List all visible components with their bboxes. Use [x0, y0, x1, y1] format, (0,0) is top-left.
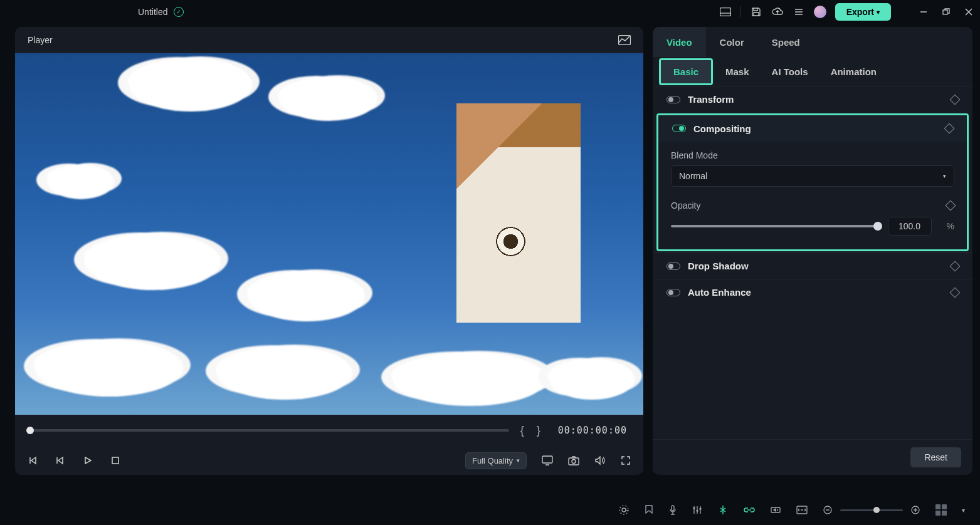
opacity-unit: % — [947, 221, 954, 231]
transform-toggle[interactable] — [667, 96, 680, 103]
chevron-down-icon[interactable]: ▾ — [962, 507, 965, 514]
auto-enhance-label: Auto Enhance — [688, 287, 751, 298]
export-button[interactable]: Export ▾ — [835, 3, 891, 21]
snapshot-icon[interactable] — [568, 456, 579, 465]
mark-out-button[interactable]: } — [535, 424, 542, 437]
property-sub-tabs: Basic Mask AI Tools Animation — [653, 57, 972, 86]
preview-cloud — [84, 235, 209, 282]
player-title: Player — [28, 35, 53, 45]
prev-frame-button[interactable] — [28, 455, 38, 465]
separator — [740, 6, 741, 18]
zoom-thumb[interactable] — [873, 507, 880, 513]
section-transform[interactable]: Transform — [653, 86, 972, 112]
window-close-button[interactable] — [964, 7, 974, 17]
preview-quality-dropdown[interactable]: Full Quality ▾ — [465, 452, 527, 469]
svg-rect-21 — [693, 507, 695, 509]
stats-icon[interactable] — [618, 35, 631, 45]
section-compositing[interactable]: Compositing — [658, 115, 967, 142]
subtab-ai-tools[interactable]: AI Tools — [762, 63, 818, 81]
save-icon[interactable] — [750, 6, 762, 18]
tab-video[interactable]: Video — [653, 27, 706, 57]
hamburger-menu-icon[interactable] — [793, 6, 805, 18]
preview-cloud — [128, 60, 241, 103]
subtab-animation[interactable]: Animation — [821, 63, 887, 81]
mark-in-button[interactable]: { — [519, 424, 525, 437]
compositing-highlight: Compositing Blend Mode Normal ▾ Opacity — [656, 113, 969, 251]
volume-icon[interactable] — [594, 455, 606, 465]
timecode-display: 00:00:00:00 — [558, 425, 627, 436]
opacity-value-input[interactable]: 100.0 — [888, 217, 932, 236]
link-icon[interactable] — [744, 506, 755, 514]
keyframe-icon[interactable] — [950, 261, 961, 271]
fit-icon[interactable] — [796, 506, 808, 514]
tab-speed[interactable]: Speed — [758, 27, 814, 57]
section-drop-shadow[interactable]: Drop Shadow — [653, 252, 972, 279]
svg-rect-22 — [697, 510, 698, 512]
subtab-mask[interactable]: Mask — [715, 63, 759, 81]
blend-mode-dropdown[interactable]: Normal ▾ — [671, 165, 954, 187]
user-avatar[interactable] — [814, 6, 826, 18]
fullscreen-icon[interactable] — [621, 455, 631, 465]
auto-enhance-toggle[interactable] — [667, 289, 680, 296]
subtab-basic[interactable]: Basic — [663, 63, 709, 81]
stop-button[interactable] — [110, 455, 120, 465]
display-settings-icon[interactable] — [542, 455, 553, 465]
opacity-slider[interactable] — [671, 225, 878, 227]
svg-rect-6 — [943, 10, 947, 14]
play-button[interactable] — [83, 455, 93, 465]
svg-rect-0 — [720, 8, 730, 16]
project-name: Untitled — [138, 7, 167, 17]
playhead-scrubber[interactable] — [28, 429, 509, 432]
zoom-out-button[interactable] — [823, 505, 833, 515]
marker-icon[interactable] — [645, 504, 653, 516]
keyframe-icon[interactable] — [950, 287, 961, 298]
preview-cloud — [46, 166, 103, 191]
cloud-upload-icon[interactable] — [771, 6, 784, 18]
scrubber-thumb[interactable] — [26, 427, 34, 434]
property-top-tabs: Video Color Speed — [653, 27, 972, 57]
ripple-icon[interactable] — [770, 506, 781, 514]
preview-cloud — [548, 360, 623, 392]
preview-cloud — [216, 348, 341, 392]
saved-check-icon — [174, 7, 184, 17]
slider-thumb[interactable] — [873, 222, 882, 231]
preview-cloud — [278, 78, 366, 113]
timeline-view-icon[interactable] — [935, 504, 947, 516]
keyframe-icon[interactable] — [946, 200, 956, 211]
compositing-toggle[interactable] — [672, 125, 686, 132]
blend-mode-label: Blend Mode — [671, 150, 954, 160]
video-preview[interactable] — [15, 53, 643, 415]
voiceover-icon[interactable] — [668, 504, 677, 516]
step-back-button[interactable] — [55, 455, 65, 465]
audio-mixer-icon[interactable] — [692, 505, 702, 515]
svg-rect-17 — [672, 506, 674, 511]
svg-rect-13 — [569, 458, 579, 465]
opacity-label: Opacity — [671, 200, 700, 211]
zoom-slider[interactable] — [840, 509, 903, 511]
drop-shadow-label: Drop Shadow — [688, 261, 749, 271]
overlay-clip[interactable] — [456, 103, 581, 323]
chevron-down-icon: ▾ — [517, 457, 520, 464]
snap-icon[interactable] — [717, 504, 729, 516]
chevron-down-icon: ▾ — [943, 173, 946, 179]
zoom-in-button[interactable] — [910, 505, 920, 515]
window-minimize-button[interactable] — [919, 7, 929, 17]
zoom-controls — [823, 505, 920, 515]
compositing-label: Compositing — [693, 123, 751, 134]
player-panel: Player { } 00:00:00:00 — [15, 27, 643, 475]
layout-icon[interactable] — [719, 6, 732, 18]
auto-scroll-icon[interactable] — [618, 504, 630, 516]
blend-mode-value: Normal — [679, 171, 707, 181]
section-auto-enhance[interactable]: Auto Enhance — [653, 279, 972, 305]
svg-rect-11 — [542, 456, 552, 463]
properties-panel: Video Color Speed Basic Mask AI Tools An… — [653, 27, 972, 475]
transform-label: Transform — [688, 94, 734, 105]
reset-button[interactable]: Reset — [910, 447, 961, 467]
drop-shadow-toggle[interactable] — [667, 262, 680, 270]
preview-cloud — [247, 273, 354, 313]
window-maximize-button[interactable] — [941, 7, 951, 17]
keyframe-icon[interactable] — [950, 94, 961, 105]
keyframe-icon[interactable] — [944, 123, 955, 134]
tab-color[interactable]: Color — [706, 27, 758, 57]
svg-point-15 — [622, 508, 626, 512]
